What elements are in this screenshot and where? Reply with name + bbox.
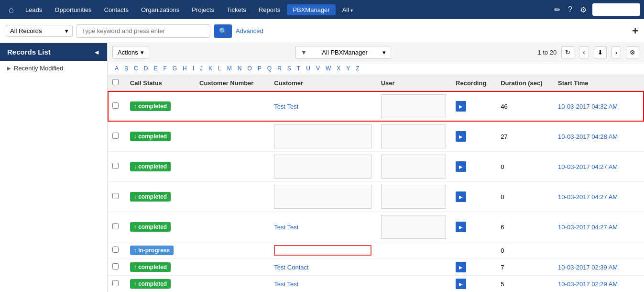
- play-recording-button[interactable]: ▶: [456, 131, 466, 142]
- filter-dropdown[interactable]: ▼ All PBXManager ▾: [295, 46, 391, 59]
- user-cell: [376, 276, 451, 292]
- alpha-M[interactable]: M: [225, 64, 234, 73]
- customer-link[interactable]: Test Contact: [274, 264, 308, 271]
- search-input[interactable]: [76, 24, 210, 38]
- customer-cell: [269, 242, 376, 259]
- row-checkbox[interactable]: [112, 280, 119, 286]
- nav-reports[interactable]: Reports: [253, 4, 286, 15]
- main-content: Actions ▾ ▼ All PBXManager ▾ 1 to 20 ↻ ‹…: [108, 43, 644, 292]
- settings-icon[interactable]: ⚙: [578, 3, 589, 16]
- actions-button[interactable]: Actions ▾: [112, 46, 149, 59]
- alpha-A[interactable]: A: [112, 64, 121, 73]
- customer-number-cell: [195, 122, 269, 152]
- row-checkbox[interactable]: [112, 163, 119, 169]
- start-time-link[interactable]: 10-03-2017 04:27 AM: [558, 163, 618, 170]
- row-checkbox[interactable]: [112, 263, 119, 270]
- alpha-P[interactable]: P: [255, 64, 264, 73]
- export-button[interactable]: ⬇: [594, 46, 607, 58]
- alpha-B[interactable]: B: [122, 64, 131, 73]
- edit-icon[interactable]: ✏: [552, 3, 562, 16]
- alpha-K[interactable]: K: [206, 64, 215, 73]
- alpha-C[interactable]: C: [131, 64, 141, 73]
- play-recording-button[interactable]: ▶: [456, 161, 466, 172]
- help-icon[interactable]: ?: [566, 3, 574, 16]
- refresh-button[interactable]: ↻: [561, 46, 574, 58]
- search-button[interactable]: 🔍: [214, 24, 232, 38]
- row-checkbox[interactable]: [112, 193, 119, 199]
- alpha-Q[interactable]: Q: [265, 64, 274, 73]
- start-time-link[interactable]: 10-03-2017 02:29 AM: [558, 281, 618, 288]
- user-box: [381, 185, 446, 209]
- start-time-link[interactable]: 10-03-2017 04:32 AM: [558, 103, 618, 110]
- customer-number-cell: [195, 276, 269, 292]
- alpha-Y[interactable]: Y: [344, 64, 352, 73]
- play-recording-button[interactable]: ▶: [456, 279, 466, 289]
- play-recording-button[interactable]: ▶: [456, 222, 466, 232]
- select-all-checkbox[interactable]: [112, 79, 119, 85]
- play-recording-button[interactable]: ▶: [456, 191, 466, 202]
- alpha-D[interactable]: D: [142, 64, 151, 73]
- alpha-I[interactable]: I: [190, 64, 196, 73]
- customer-link[interactable]: Test Test: [274, 103, 298, 110]
- records-type-dropdown[interactable]: All Records ▾: [6, 25, 73, 37]
- alpha-U[interactable]: U: [304, 64, 313, 73]
- alpha-H[interactable]: H: [180, 64, 189, 73]
- row-checkbox[interactable]: [112, 102, 119, 109]
- start-time-link[interactable]: 10-03-2017 04:27 AM: [558, 224, 618, 231]
- nav-organizations[interactable]: Organizations: [135, 4, 185, 15]
- advanced-search-link[interactable]: Advanced: [236, 27, 263, 34]
- nav-search-input[interactable]: [592, 3, 640, 16]
- row-checkbox[interactable]: [112, 133, 119, 139]
- column-settings-button[interactable]: ⚙: [626, 46, 639, 58]
- alpha-R[interactable]: R: [275, 64, 284, 73]
- start-time-link[interactable]: 10-03-2017 02:39 AM: [558, 264, 618, 271]
- alpha-N[interactable]: N: [235, 64, 244, 73]
- recording-cell: ▶: [451, 182, 496, 212]
- alpha-O[interactable]: O: [245, 64, 254, 73]
- table-row: ↓ completed▶010-03-2017 04:27 AM: [108, 182, 644, 212]
- duration-cell: 7: [496, 259, 553, 276]
- row-checkbox[interactable]: [112, 223, 119, 229]
- user-cell: [376, 182, 451, 212]
- next-page-button[interactable]: ›: [611, 46, 621, 58]
- alpha-F[interactable]: F: [161, 64, 169, 73]
- customer-cell: [269, 122, 376, 152]
- alpha-Z[interactable]: Z: [353, 64, 361, 73]
- alpha-G[interactable]: G: [170, 64, 179, 73]
- alpha-S[interactable]: S: [285, 64, 294, 73]
- start-time-cell: 10-03-2017 04:27 AM: [553, 182, 644, 212]
- table-row: ↓ completed▶010-03-2017 04:27 AM: [108, 152, 644, 182]
- alpha-W[interactable]: W: [323, 64, 333, 73]
- nav-contacts[interactable]: Contacts: [98, 4, 134, 15]
- alpha-V[interactable]: V: [314, 64, 322, 73]
- play-recording-button[interactable]: ▶: [456, 101, 466, 112]
- nav-leads[interactable]: Leads: [20, 4, 48, 15]
- alpha-X[interactable]: X: [334, 64, 343, 73]
- nav-all[interactable]: All: [337, 4, 359, 15]
- header-customer-number: Customer Number: [195, 75, 269, 91]
- nav-projects[interactable]: Projects: [186, 4, 220, 15]
- add-record-button[interactable]: +: [632, 25, 638, 37]
- customer-link[interactable]: Test Test: [274, 281, 298, 288]
- prev-page-button[interactable]: ‹: [579, 46, 589, 58]
- nav-tickets[interactable]: Tickets: [221, 4, 252, 15]
- user-cell: [376, 152, 451, 182]
- filter-icon: ▼: [301, 49, 307, 56]
- table-row: ↓ completed▶2710-03-2017 04:28 AM: [108, 122, 644, 152]
- row-checkbox[interactable]: [112, 247, 119, 253]
- sidebar-collapse-button[interactable]: ◄: [93, 48, 100, 56]
- start-time-cell: 10-03-2017 04:27 AM: [553, 212, 644, 242]
- alpha-J[interactable]: J: [197, 64, 205, 73]
- customer-link[interactable]: Test Test: [274, 224, 298, 231]
- sidebar-item-recently-modified[interactable]: ▶ Recently Modified: [0, 61, 107, 76]
- alpha-T[interactable]: T: [295, 64, 303, 73]
- nav-opportunities[interactable]: Opportunities: [49, 4, 97, 15]
- start-time-link[interactable]: 10-03-2017 04:27 AM: [558, 193, 618, 201]
- nav-pbxmanager[interactable]: PBXManager: [287, 4, 335, 15]
- home-nav-item[interactable]: ⌂: [4, 3, 19, 17]
- records-type-label: All Records: [10, 27, 42, 34]
- alpha-E[interactable]: E: [151, 64, 160, 73]
- alpha-L[interactable]: L: [216, 64, 224, 73]
- play-recording-button[interactable]: ▶: [456, 262, 466, 272]
- start-time-link[interactable]: 10-03-2017 04:28 AM: [558, 133, 618, 140]
